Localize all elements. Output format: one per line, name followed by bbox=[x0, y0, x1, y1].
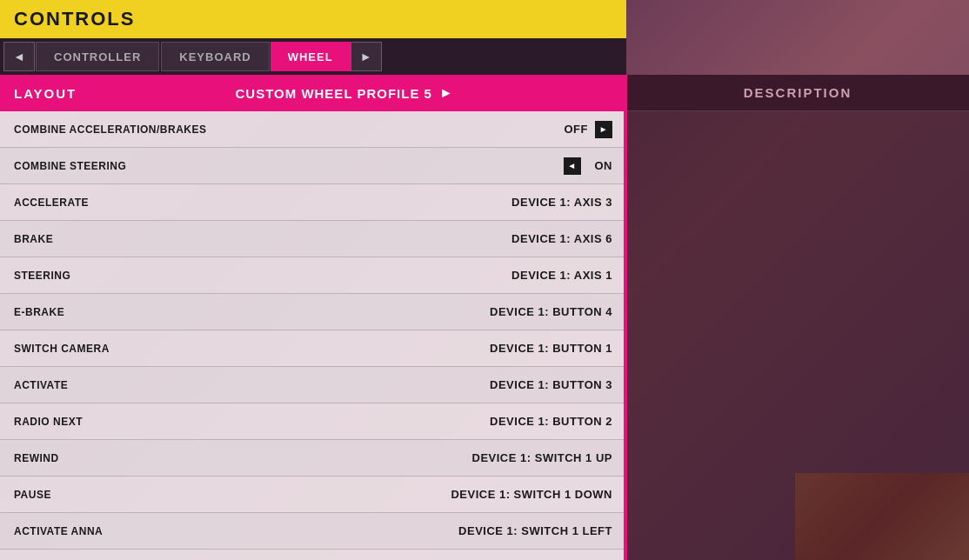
layout-profile: CUSTOM WHEEL PROFILE 5 ► bbox=[77, 85, 612, 101]
value-text: DEVICE 1: AXIS 6 bbox=[511, 232, 612, 245]
tab-keyboard[interactable]: KEYBOARD bbox=[161, 42, 269, 71]
value-text: DEVICE 1: AXIS 3 bbox=[511, 196, 612, 209]
settings-row-label: E-BRAKE bbox=[14, 306, 490, 318]
settings-row-label: COMBINE ACCELERATION/BRAKES bbox=[14, 123, 565, 136]
value-text: DEVICE 1: BUTTON 3 bbox=[490, 378, 612, 391]
value-text: DEVICE 1: SWITCH 1 DOWN bbox=[451, 488, 612, 501]
settings-row[interactable]: E-BRAKEDEVICE 1: BUTTON 4 bbox=[0, 294, 626, 330]
value-text: OFF bbox=[565, 123, 589, 136]
settings-row-value: DEVICE 1: BUTTON 3 bbox=[490, 378, 612, 391]
settings-row[interactable]: RADIO NEXTDEVICE 1: BUTTON 2 bbox=[0, 403, 626, 440]
settings-row-value: ◄ON bbox=[564, 157, 613, 175]
profile-arrow[interactable]: ► bbox=[439, 85, 454, 101]
settings-row-value: DEVICE 1: BUTTON 1 bbox=[490, 342, 612, 355]
settings-row-value: DEVICE 1: BUTTON 4 bbox=[490, 305, 612, 318]
settings-row[interactable]: ACTIVATEDEVICE 1: BUTTON 3 bbox=[0, 367, 626, 403]
settings-row-value: DEVICE 1: AXIS 6 bbox=[511, 232, 612, 245]
settings-row[interactable]: COMBINE STEERING◄ON bbox=[0, 148, 626, 184]
settings-row-label: ACCELERATE bbox=[14, 197, 511, 209]
value-left-arrow[interactable]: ◄ bbox=[564, 157, 581, 175]
value-text: DEVICE 1: BUTTON 2 bbox=[490, 415, 612, 428]
value-text: DEVICE 1: BUTTON 1 bbox=[490, 342, 612, 355]
profile-name: CUSTOM WHEEL PROFILE 5 bbox=[235, 86, 431, 101]
value-text: ON bbox=[595, 159, 613, 172]
settings-row[interactable]: PAUSEDEVICE 1: SWITCH 1 DOWN bbox=[0, 477, 626, 513]
settings-row-label: ACTIVATE bbox=[14, 379, 490, 391]
settings-row-value: DEVICE 1: BUTTON 2 bbox=[490, 415, 612, 428]
settings-row-value: DEVICE 1: SWITCH 1 DOWN bbox=[451, 488, 612, 501]
tab-left-arrow[interactable]: ◄ bbox=[3, 42, 35, 71]
description-header: DESCRIPTION bbox=[626, 75, 969, 111]
settings-row-label: RADIO NEXT bbox=[14, 416, 490, 428]
settings-row-value: DEVICE 1: AXIS 1 bbox=[511, 269, 612, 282]
settings-row-label: REWIND bbox=[14, 452, 472, 464]
title-bar: CONTROLS bbox=[0, 0, 626, 38]
tab-bar: ◄ CONTROLLER KEYBOARD WHEEL ► bbox=[0, 38, 626, 75]
settings-row[interactable]: REWINDDEVICE 1: SWITCH 1 UP bbox=[0, 440, 626, 477]
value-text: DEVICE 1: BUTTON 4 bbox=[490, 305, 612, 318]
settings-row[interactable]: COMBINE ACCELERATION/BRAKESOFF► bbox=[0, 111, 626, 148]
main-panel: CONTROLS ◄ CONTROLLER KEYBOARD WHEEL ► L… bbox=[0, 0, 626, 560]
layout-label: LAYOUT bbox=[14, 86, 77, 101]
tab-right-arrow[interactable]: ► bbox=[351, 42, 382, 71]
settings-row-value: DEVICE 1: SWITCH 1 UP bbox=[472, 451, 612, 464]
value-text: DEVICE 1: SWITCH 1 LEFT bbox=[458, 524, 612, 537]
description-label: DESCRIPTION bbox=[744, 85, 852, 100]
settings-row-label: STEERING bbox=[14, 270, 511, 282]
settings-row-label: SWITCH CAMERA bbox=[14, 343, 490, 355]
settings-row-label: BRAKE bbox=[14, 233, 511, 245]
value-text: DEVICE 1: SWITCH 1 UP bbox=[472, 451, 612, 464]
tab-wheel[interactable]: WHEEL bbox=[271, 42, 351, 71]
page-title: CONTROLS bbox=[14, 8, 135, 30]
settings-row[interactable]: SWITCH CAMERADEVICE 1: BUTTON 1 bbox=[0, 330, 626, 367]
settings-row[interactable]: STEERINGDEVICE 1: AXIS 1 bbox=[0, 257, 626, 294]
panel-divider bbox=[624, 75, 627, 560]
description-content bbox=[626, 111, 969, 560]
settings-row-label: COMBINE STEERING bbox=[14, 160, 564, 172]
settings-row[interactable]: ACCELERATEDEVICE 1: AXIS 3 bbox=[0, 184, 626, 221]
value-text: DEVICE 1: AXIS 1 bbox=[511, 269, 612, 282]
settings-list: COMBINE ACCELERATION/BRAKESOFF►COMBINE S… bbox=[0, 111, 626, 560]
settings-row[interactable]: BRAKEDEVICE 1: AXIS 6 bbox=[0, 221, 626, 257]
value-right-arrow[interactable]: ► bbox=[595, 121, 612, 138]
settings-row-value: OFF► bbox=[565, 121, 613, 138]
settings-row[interactable]: ACTIVATE ANNADEVICE 1: SWITCH 1 LEFT bbox=[0, 513, 626, 550]
tab-controller[interactable]: CONTROLLER bbox=[36, 42, 159, 71]
layout-header: LAYOUT CUSTOM WHEEL PROFILE 5 ► bbox=[0, 75, 626, 111]
settings-row-label: ACTIVATE ANNA bbox=[14, 525, 458, 537]
settings-row-value: DEVICE 1: SWITCH 1 LEFT bbox=[458, 524, 612, 537]
settings-row-value: DEVICE 1: AXIS 3 bbox=[511, 196, 612, 209]
description-panel: DESCRIPTION bbox=[626, 75, 969, 560]
settings-row-label: PAUSE bbox=[14, 489, 451, 501]
